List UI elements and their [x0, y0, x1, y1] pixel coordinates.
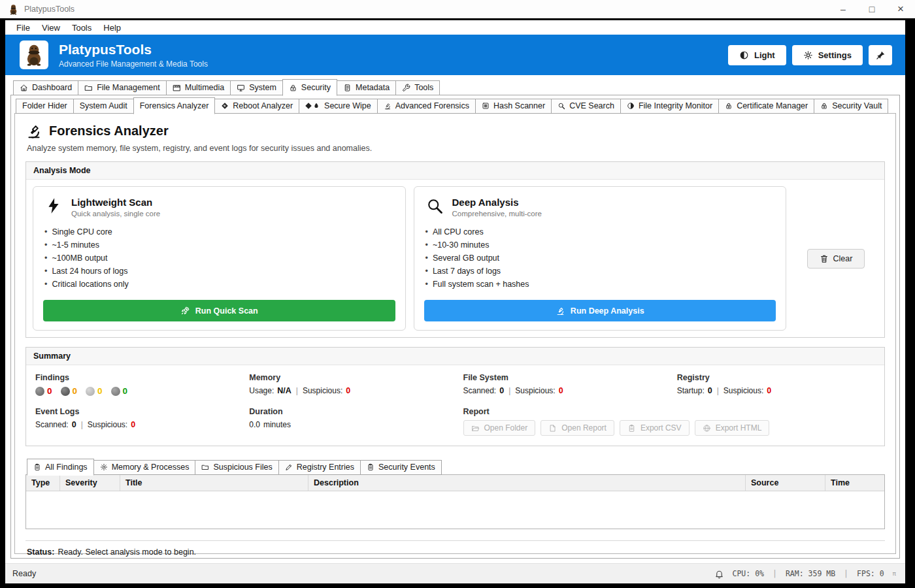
summary-duration-title: Duration — [249, 407, 447, 416]
window-titlebar: PlatypusTools – □ × — [0, 0, 915, 18]
clear-button[interactable]: Clear — [807, 249, 865, 269]
run-deep-analysis-button[interactable]: Run Deep Analysis — [424, 300, 776, 321]
subtab-certificate-manager[interactable]: Certificate Manager — [718, 99, 814, 114]
summary-file-system-title: File System — [463, 373, 661, 382]
tab-metadata[interactable]: Metadata — [337, 80, 396, 95]
security-sub-tab-bar: Folder HiderSystem AuditForensics Analyz… — [14, 99, 896, 114]
clapper-icon — [173, 84, 181, 92]
theme-toggle-button[interactable]: Light — [728, 45, 786, 65]
summary-registry: RegistryStartup:0|Suspicious:0 — [677, 373, 875, 396]
menu-file[interactable]: File — [10, 22, 36, 34]
menu-help[interactable]: Help — [97, 22, 127, 34]
wipe-icon — [305, 102, 320, 110]
run-quick-scan-button[interactable]: Run Quick Scan — [43, 300, 395, 321]
tab-system[interactable]: System — [230, 80, 283, 95]
findings-tab-suspicious-files[interactable]: Suspicious Files — [195, 460, 278, 475]
subtab-folder-hider-label: Folder Hider — [22, 101, 67, 110]
clipboard-icon — [367, 463, 374, 471]
stat-value: 0 — [346, 386, 350, 395]
gear-icon — [803, 50, 813, 60]
theme-halfmoon-icon — [739, 50, 749, 60]
findings-tab-all-findings[interactable]: All Findings — [27, 459, 94, 476]
analysis-mode-title: Analysis Mode — [26, 162, 884, 180]
status-label: Status: — [27, 547, 54, 557]
export-csv-button[interactable]: Export CSV — [620, 420, 690, 436]
open-folder-button[interactable]: Open Folder — [463, 420, 536, 436]
subtab-cve-search[interactable]: CVE Search — [551, 99, 621, 114]
stat-label: Startup: — [677, 386, 705, 395]
doc-lines-icon — [343, 84, 352, 92]
stat-label: Suspicious: — [724, 386, 763, 395]
findings-tab-registry-entries[interactable]: Registry Entries — [278, 460, 361, 475]
card-title-lightweight-scan: Lightweight Scan — [71, 197, 160, 208]
column-header-source[interactable]: Source — [746, 475, 825, 491]
subtab-secure-wipe[interactable]: Secure Wipe — [299, 99, 378, 114]
tab-multimedia-label: Multimedia — [185, 83, 224, 92]
card-bullet: Single CPU core — [44, 225, 395, 238]
subtab-security-vault[interactable]: Security Vault — [814, 99, 888, 114]
settings-button[interactable]: Settings — [792, 45, 863, 65]
report-buttons: Open FolderOpen ReportExport CSVExport H… — [463, 420, 876, 436]
column-header-time[interactable]: Time — [825, 475, 884, 491]
column-header-type[interactable]: Type — [26, 475, 60, 491]
open-report-button[interactable]: Open Report — [541, 420, 614, 436]
tab-file-management[interactable]: File Management — [78, 80, 167, 95]
severity-circle-icon — [86, 387, 95, 396]
findings-tab-security-events[interactable]: Security Events — [360, 460, 442, 475]
maximize-button[interactable]: □ — [857, 0, 886, 18]
statusbar-separator: | — [844, 569, 848, 578]
subtab-file-integrity-monitor[interactable]: File Integrity Monitor — [620, 99, 719, 114]
pin-window-button[interactable] — [869, 45, 892, 65]
minimize-button[interactable]: – — [829, 0, 857, 18]
findings-tab-memory-processes[interactable]: Memory & Processes — [93, 460, 196, 475]
menu-tools[interactable]: Tools — [66, 22, 97, 34]
pushpin-icon — [876, 50, 886, 60]
severity-count-0: 0 — [35, 386, 52, 396]
card-title-deep-analysis: Deep Analysis — [452, 197, 542, 208]
menu-view[interactable]: View — [36, 22, 66, 34]
search-icon — [557, 102, 565, 110]
tab-security[interactable]: Security — [282, 79, 337, 96]
statusbar-separator: | — [773, 569, 777, 578]
summary-report-title: Report — [463, 407, 876, 416]
fps-stat: FPS: 0 — [857, 569, 884, 578]
severity-circle-icon — [35, 387, 44, 396]
clipboard-icon — [33, 463, 41, 471]
export-html-button[interactable]: Export HTML — [695, 420, 770, 436]
analysis-mode-panel: Analysis Mode Lightweight ScanQuick anal… — [25, 161, 885, 338]
stat-value: 0 — [559, 386, 563, 395]
column-header-severity[interactable]: Severity — [60, 475, 120, 491]
notifications-bell-icon[interactable] — [714, 569, 724, 579]
stat-value: 0 — [131, 420, 135, 429]
globe-icon — [703, 424, 711, 433]
summary-title: Summary — [26, 348, 884, 365]
platypus-icon — [22, 43, 46, 67]
subtab-system-audit[interactable]: System Audit — [73, 99, 134, 114]
findings-table-body[interactable] — [26, 491, 884, 529]
summary-memory-title: Memory — [249, 373, 447, 382]
tab-tools[interactable]: Tools — [395, 80, 440, 95]
subtab-hash-scanner[interactable]: Hash Scanner — [475, 99, 552, 114]
severity-count-value: 0 — [47, 386, 52, 396]
subtab-cve-search-label: CVE Search — [569, 101, 614, 110]
subtab-advanced-forensics[interactable]: Advanced Forensics — [377, 99, 476, 114]
subtab-forensics-analyzer[interactable]: Forensics Analyzer — [133, 97, 216, 114]
tab-dashboard[interactable]: Dashboard — [13, 80, 78, 95]
findings-tab-all-findings-label: All Findings — [45, 463, 88, 472]
severity-count-value: 0 — [97, 386, 103, 396]
subtab-folder-hider[interactable]: Folder Hider — [16, 99, 74, 114]
column-header-title[interactable]: Title — [120, 475, 308, 491]
stat-label: Scanned: — [463, 386, 497, 395]
card-bullet: ~100MB output — [44, 252, 395, 265]
lock-cert-icon — [820, 102, 828, 110]
app-platypus-icon — [8, 4, 19, 15]
halfmoon-icon — [739, 50, 749, 60]
tab-multimedia[interactable]: Multimedia — [166, 80, 231, 95]
close-button[interactable]: × — [886, 0, 915, 18]
severity-circle-icon — [111, 387, 120, 396]
subtab-reboot-analyzer[interactable]: Reboot Analyzer — [214, 99, 299, 114]
subtab-system-audit-label: System Audit — [80, 101, 127, 110]
rocket-icon — [180, 306, 190, 316]
tab-tools-label: Tools — [414, 83, 433, 92]
column-header-description[interactable]: Description — [308, 475, 746, 491]
